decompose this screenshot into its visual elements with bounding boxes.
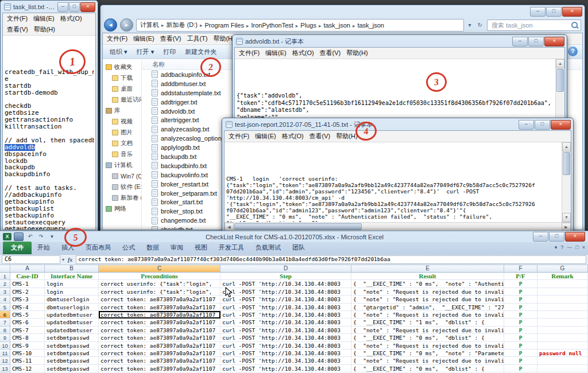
cell-pf[interactable]: P/F xyxy=(504,273,537,280)
menu-item[interactable]: 文件(F) xyxy=(226,131,252,142)
scroll-up-icon[interactable]: ▲ xyxy=(556,59,564,68)
cell-step[interactable]: curl -POST 'http://10.34.130.44:8003 xyxy=(220,334,351,341)
cell-case-id[interactable]: CMS-1 xyxy=(10,280,45,287)
cell-step[interactable]: curl -POST 'http://10.34.130.44:8003 xyxy=(220,327,351,334)
maximize-button[interactable]: □ xyxy=(69,2,80,12)
scroll-down-icon[interactable]: ▼ xyxy=(562,213,571,222)
cell-interface-name[interactable]: Interface Name xyxy=(45,273,99,280)
vertical-scrollbar[interactable]: ▲ ▼ xyxy=(562,142,571,222)
sidebar-item[interactable]: 最近访问的位置 xyxy=(106,94,141,105)
sidebar-item[interactable]: 音乐 xyxy=(106,149,141,160)
cell-result[interactable]: { "__EXEC_TIME" : "1 ms", "dblist" : { xyxy=(351,318,504,326)
cell-remark[interactable] xyxy=(537,357,588,364)
cell-preconditions[interactable]: correct userinfo: {"task":"login", xyxy=(99,288,220,296)
column-header[interactable]: G xyxy=(537,265,588,273)
menu-item[interactable]: 帮助(H) xyxy=(31,24,58,35)
cell-pf[interactable]: P xyxy=(504,349,537,357)
cell-result[interactable]: { "__EXEC_TIME" : "0 ms", "note" : "Auth… xyxy=(351,280,504,287)
cell-step[interactable]: curl -POST 'http://10.34.130.44:8003 xyxy=(220,288,351,296)
cell-pf[interactable]: P xyxy=(504,304,537,311)
cell-preconditions[interactable]: correct userinfo: {"task":"login", xyxy=(99,280,220,287)
cell-preconditions[interactable]: correct token: ae873897a0a9a2af1107 xyxy=(99,349,220,357)
column-header[interactable]: B xyxy=(45,265,99,273)
sidebar-item[interactable]: 新加卷 (D:) xyxy=(106,192,141,203)
address-dropdown-icon[interactable]: ▾ xyxy=(467,22,473,28)
qat-dropdown-icon[interactable]: ▾ xyxy=(48,233,56,240)
breadcrumb-segment[interactable]: Program Files xyxy=(203,22,250,29)
column-header[interactable]: C xyxy=(99,265,220,273)
menu-item[interactable]: 编辑(E) xyxy=(252,131,279,142)
scroll-left-icon[interactable]: ◀ xyxy=(225,223,234,231)
menu-item[interactable]: 查看(V) xyxy=(307,131,334,142)
breadcrumb[interactable]: 计算机新加卷 (D:)Program FilesIronPythonTestPl… xyxy=(136,19,464,32)
close-button[interactable]: × xyxy=(80,2,95,12)
ribbon-tab[interactable]: 开发工具 xyxy=(213,242,250,254)
cell-remark[interactable] xyxy=(537,327,588,334)
row-number[interactable]: 5 xyxy=(0,304,10,311)
column-header[interactable]: E xyxy=(351,265,504,273)
workbook-restore-button[interactable]: □ xyxy=(575,243,578,251)
menu-item[interactable]: 编辑(E) xyxy=(262,48,289,59)
cell-step[interactable]: curl -POST 'http://10.34.130.44:8003 xyxy=(220,304,351,311)
scroll-up-icon[interactable]: ▲ xyxy=(562,142,571,151)
search-input[interactable] xyxy=(490,21,569,29)
cell-interface-name[interactable]: setdbmtpasswd xyxy=(45,342,99,349)
cell-step[interactable]: curl -POST 'http://10.34.130.44:8003 xyxy=(220,357,351,364)
sidebar-item[interactable]: 图片 xyxy=(106,127,141,138)
ribbon-tab[interactable]: 页面布局 xyxy=(80,242,117,254)
ribbon-tab[interactable]: 开始 xyxy=(32,242,56,254)
menu-item[interactable]: 格式(O) xyxy=(289,48,317,59)
sidebar-item[interactable]: 视频 xyxy=(106,116,141,127)
row-number[interactable]: 11 xyxy=(0,349,10,357)
ribbon-tab[interactable]: 公式 xyxy=(117,242,141,254)
row-number[interactable]: 7 xyxy=(0,318,10,326)
scroll-right-icon[interactable]: ▶ xyxy=(562,223,571,231)
cell-case-id[interactable]: CMS-9 xyxy=(10,342,45,349)
sidebar-item[interactable]: 桌面 xyxy=(106,83,141,94)
menu-item[interactable]: 查看(V) xyxy=(4,24,31,35)
cell-remark[interactable] xyxy=(537,288,588,296)
cell-pf[interactable]: P xyxy=(504,334,537,341)
sidebar-item[interactable]: 库 xyxy=(106,105,141,116)
ribbon-tab[interactable]: 审阅 xyxy=(165,242,189,254)
cell-interface-name[interactable]: dbmtuserlogin xyxy=(45,304,99,311)
open-button[interactable]: 打开 ▾ xyxy=(137,48,154,56)
breadcrumb-segment[interactable]: 新加卷 (D:) xyxy=(165,21,204,29)
sidebar-item[interactable]: 网络 xyxy=(106,203,141,214)
cell-preconditions[interactable]: correct token: ae873897a0a9a2af1107 xyxy=(99,318,220,326)
undo-icon[interactable]: ↶ xyxy=(26,233,34,240)
text-area[interactable]: CMS-1 login 'correct userinfo:{"task":"l… xyxy=(225,142,562,222)
cell-step[interactable]: curl -POST 'http://10.34.130.44:8003 xyxy=(220,311,351,318)
cell-preconditions[interactable]: correct token: ae873897a0a9a2af1107 xyxy=(99,342,220,349)
search-box[interactable] xyxy=(487,20,581,31)
scrollbar-thumb[interactable] xyxy=(234,223,362,230)
close-button[interactable]: × xyxy=(565,232,585,242)
row-number[interactable]: 4 xyxy=(0,296,10,303)
cell-interface-name[interactable]: setdbmtpasswd xyxy=(45,357,99,364)
refresh-icon[interactable]: ↻ xyxy=(476,22,484,28)
cell-case-id[interactable]: CMS-2 xyxy=(10,288,45,296)
print-button[interactable]: 打印 xyxy=(163,48,176,56)
cell-remark[interactable]: Remark xyxy=(537,273,588,280)
close-button[interactable]: × xyxy=(562,7,582,17)
cell-preconditions[interactable]: correct token: ae873897a0a9a2af1107 xyxy=(99,334,220,341)
title-bar[interactable]: addvoldb.txt - 记事本 – □ × xyxy=(233,35,567,47)
cell-result[interactable]: { "note" : "Request is rejected due to i… xyxy=(351,327,504,334)
cell-pf[interactable]: P xyxy=(504,296,537,303)
cell-case-id[interactable]: CMS-6 xyxy=(10,318,45,326)
sidebar-item[interactable]: 软件 (E:) xyxy=(106,181,141,192)
row-number[interactable]: 13 xyxy=(0,365,10,372)
cell-preconditions[interactable]: correct token: ae873897a0a9a2af1107 xyxy=(99,311,220,318)
row-number[interactable]: 2 xyxy=(0,280,10,287)
cell-interface-name[interactable]: login xyxy=(45,280,99,287)
select-all-corner[interactable] xyxy=(0,265,10,273)
cell-step[interactable]: curl -POST 'http://10.34.130.44:8003 xyxy=(220,318,351,326)
organize-button[interactable]: 组织 ▾ xyxy=(110,48,127,56)
breadcrumb-segment[interactable]: task_json xyxy=(322,22,356,29)
cell-preconditions[interactable]: correct token: ae873897a0a9a2af1107 xyxy=(99,357,220,364)
cell-remark[interactable] xyxy=(537,304,588,311)
sidebar-item[interactable]: 下载 xyxy=(106,72,141,83)
maximize-button[interactable]: □ xyxy=(535,120,550,130)
menu-item[interactable]: 文件(F) xyxy=(104,33,130,44)
cell-interface-name[interactable]: login xyxy=(45,288,99,296)
